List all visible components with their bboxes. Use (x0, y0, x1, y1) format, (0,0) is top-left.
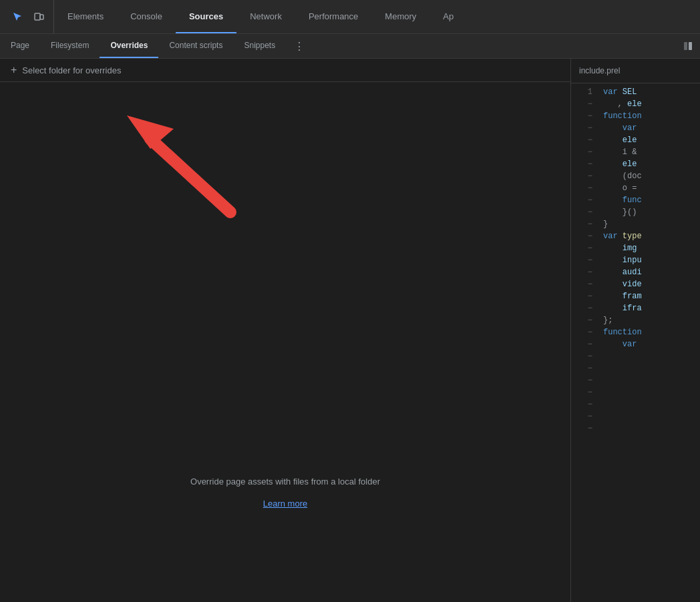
main-layout: + Select folder for overrides Override p… (0, 59, 700, 602)
code-lines: var SEL , ele function var ele i & ele (… (598, 83, 700, 602)
code-line: }; (598, 314, 700, 326)
code-line: audi (598, 266, 700, 278)
filename-label: include.prel (579, 66, 620, 75)
svg-rect-2 (684, 42, 687, 50)
code-line: ele (598, 134, 700, 146)
code-line: , ele (598, 98, 700, 110)
code-line: }() (598, 206, 700, 218)
tab-network[interactable]: Network (236, 0, 295, 33)
code-line: img (598, 242, 700, 254)
code-line: var (598, 338, 700, 350)
subtab-snippets[interactable]: Snippets (233, 34, 286, 58)
code-line: inpu (598, 254, 700, 266)
collapse-sidebar-button[interactable] (679, 37, 697, 55)
toolbar-icons (3, 0, 54, 33)
subtab-overrides[interactable]: Overrides (100, 34, 158, 58)
more-tabs-button[interactable]: ⋮ (289, 40, 310, 53)
subtab-page[interactable]: Page (0, 34, 40, 58)
code-line: i & (598, 146, 700, 158)
code-line: function (598, 110, 700, 122)
tab-console[interactable]: Console (117, 0, 176, 33)
code-line: func (598, 194, 700, 206)
svg-rect-3 (689, 42, 692, 50)
code-line: ifra (598, 302, 700, 314)
device-toggle-icon[interactable] (29, 7, 48, 26)
sub-toolbar: Page Filesystem Overrides Content script… (0, 34, 700, 59)
subtab-content-scripts[interactable]: Content scripts (158, 34, 233, 58)
code-header: include.prel (571, 59, 700, 83)
cursor-icon[interactable] (8, 7, 27, 26)
arrow-annotation (107, 95, 254, 229)
svg-rect-1 (40, 15, 43, 19)
code-line: vide (598, 278, 700, 290)
code-line: } (598, 218, 700, 230)
learn-more-link[interactable]: Learn more (263, 499, 307, 509)
left-panel: + Select folder for overrides Override p… (0, 59, 571, 602)
empty-state-text: Override page assets with files from a l… (190, 477, 380, 487)
code-line: o = (598, 182, 700, 194)
top-toolbar: Elements Console Sources Network Perform… (0, 0, 700, 34)
tab-memory[interactable]: Memory (371, 0, 429, 33)
code-line: var type (598, 230, 700, 242)
code-area: 1 − − − − − − − − − − − − − − − − − − − (571, 83, 700, 602)
tab-ap[interactable]: Ap (429, 0, 467, 33)
svg-line-5 (150, 139, 230, 212)
line-numbers: 1 − − − − − − − − − − − − − − − − − − − (571, 83, 598, 602)
select-folder-bar[interactable]: + Select folder for overrides (0, 59, 570, 82)
left-panel-content: Override page assets with files from a l… (0, 82, 570, 602)
top-tabs: Elements Console Sources Network Perform… (54, 0, 697, 33)
tab-sources[interactable]: Sources (176, 0, 236, 33)
code-line: fram (598, 290, 700, 302)
tab-elements[interactable]: Elements (54, 0, 117, 33)
code-line: function (598, 326, 700, 338)
plus-icon: + (11, 64, 17, 76)
code-line: var SEL (598, 86, 700, 98)
select-folder-label: Select folder for overrides (22, 65, 121, 75)
tab-performance[interactable]: Performance (295, 0, 371, 33)
right-panel: include.prel 1 − − − − − − − − − − − − −… (571, 59, 700, 602)
code-line: (doc (598, 170, 700, 182)
subtab-filesystem[interactable]: Filesystem (40, 34, 100, 58)
svg-rect-0 (35, 13, 40, 20)
code-line: ele (598, 158, 700, 170)
code-line: var (598, 122, 700, 134)
